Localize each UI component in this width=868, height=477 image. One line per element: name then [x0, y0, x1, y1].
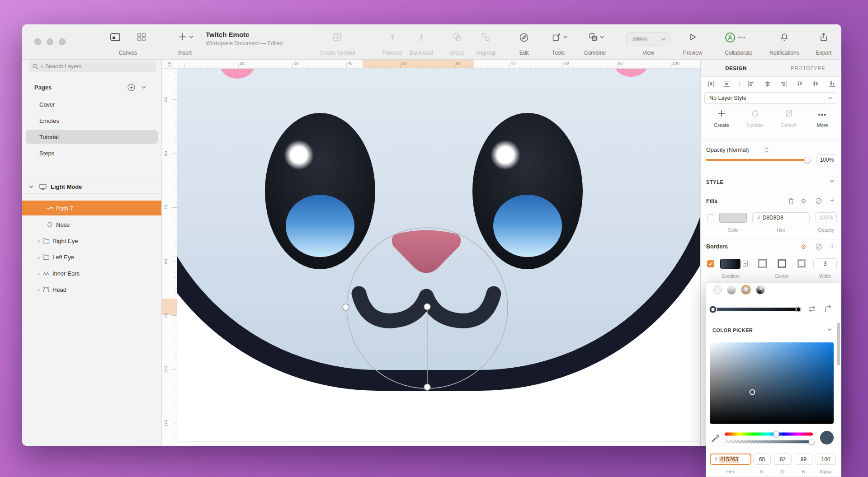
no-fill-icon[interactable]: [815, 197, 822, 205]
search-options-chevron-icon[interactable]: [40, 65, 43, 68]
saturation-brightness-cursor[interactable]: [750, 389, 755, 395]
align-left-icon[interactable]: [747, 80, 755, 88]
border-settings-gear-icon[interactable]: ⚙: [801, 243, 807, 250]
fill-color-swatch[interactable]: [719, 213, 747, 223]
search-layers-field[interactable]: [29, 61, 156, 72]
fill-settings-gear-icon[interactable]: ⚙: [801, 197, 807, 205]
create-style-icon[interactable]: [717, 109, 726, 117]
alpha-input[interactable]: 100: [816, 454, 836, 465]
fill-enabled-checkbox[interactable]: [707, 214, 714, 221]
reverse-gradient-icon[interactable]: [807, 305, 816, 313]
align-right-icon[interactable]: [780, 80, 788, 88]
blue-input[interactable]: 99: [795, 454, 812, 465]
angular-gradient-type-icon[interactable]: [756, 285, 765, 295]
border-width-field[interactable]: 3: [813, 258, 837, 269]
minimize-button[interactable]: [47, 38, 53, 45]
artboard-section-header[interactable]: Light Mode: [22, 180, 161, 193]
canvas-view-icon[interactable]: [110, 33, 121, 42]
group-icon[interactable]: [453, 33, 462, 42]
layer-style-dropdown[interactable]: No Layer Style: [704, 92, 837, 104]
layer-item-path7[interactable]: Path 7: [22, 201, 161, 216]
grid-view-icon[interactable]: [137, 33, 146, 42]
layer-item-head[interactable]: › Head: [22, 282, 161, 297]
tools-icon[interactable]: [552, 33, 567, 42]
section-chevron-down-icon[interactable]: [29, 185, 33, 188]
alpha-slider[interactable]: [725, 440, 813, 444]
swatch-options-icon[interactable]: [742, 260, 748, 267]
rotate-gradient-icon[interactable]: [824, 305, 833, 313]
detach-style-icon[interactable]: [785, 109, 793, 117]
add-fill-icon[interactable]: +: [830, 196, 834, 205]
fill-opacity-field[interactable]: 100%: [816, 212, 837, 223]
gradient-bar[interactable]: [712, 308, 799, 311]
zoom-control[interactable]: 899%: [626, 32, 670, 46]
popover-scrollbar[interactable]: [837, 323, 840, 365]
layer-item-nose[interactable]: Nose: [22, 217, 161, 232]
align-middle-vertical-icon[interactable]: [812, 80, 820, 88]
more-actions-icon[interactable]: •••: [818, 111, 827, 118]
green-input[interactable]: 82: [774, 454, 792, 465]
trash-icon[interactable]: [788, 197, 795, 205]
edit-icon[interactable]: [519, 33, 529, 42]
opacity-value-field[interactable]: 100%: [816, 154, 837, 165]
hue-slider[interactable]: [725, 433, 813, 436]
tab-design[interactable]: DESIGN: [709, 60, 763, 77]
distribute-horizontally-icon[interactable]: [708, 80, 715, 88]
border-outside-icon[interactable]: [758, 259, 767, 268]
gradient-center-handle[interactable]: [424, 304, 430, 310]
insert-button[interactable]: [179, 33, 193, 41]
backward-icon[interactable]: [417, 33, 426, 42]
create-symbol-icon[interactable]: [333, 33, 342, 42]
fullscreen-button[interactable]: [59, 38, 66, 45]
border-inside-icon[interactable]: [797, 259, 806, 268]
tab-prototype[interactable]: PROTOTYPE: [781, 60, 835, 77]
distribute-vertically-icon[interactable]: [723, 80, 731, 88]
ungroup-icon[interactable]: [481, 33, 490, 42]
border-gradient-swatch[interactable]: [720, 259, 741, 269]
no-border-icon[interactable]: [815, 243, 822, 250]
hue-slider-thumb[interactable]: [774, 431, 779, 437]
page-item-emotes[interactable]: Emotes: [22, 114, 161, 127]
emote-artwork[interactable]: [177, 69, 700, 446]
align-top-icon[interactable]: [796, 80, 804, 88]
align-bottom-icon[interactable]: [829, 80, 836, 88]
horizontal-ruler[interactable]: 20 30 40 50 60 70 80 90 100: [177, 60, 700, 69]
layer-item-right-eye[interactable]: › Right Eye: [22, 233, 161, 248]
fill-hex-field[interactable]: #D8D8D8: [752, 212, 810, 223]
pages-collapse-chevron-icon[interactable]: [142, 86, 146, 89]
close-button[interactable]: [34, 38, 41, 45]
disclosure-chevron-icon[interactable]: ›: [36, 286, 42, 293]
page-item-tutorial[interactable]: Tutorial: [22, 130, 161, 144]
disclosure-chevron-icon[interactable]: ›: [36, 238, 42, 244]
canvas-area[interactable]: 20 30 40 50 60 70 80 90 100 50 60 70 80 …: [162, 60, 700, 446]
page-item-steps[interactable]: Steps: [22, 146, 161, 160]
notifications-icon[interactable]: [780, 33, 789, 42]
preview-icon[interactable]: [688, 33, 697, 42]
search-input[interactable]: [45, 63, 136, 70]
gradient-radius-handle[interactable]: [424, 384, 430, 390]
align-center-horizontal-icon[interactable]: [764, 80, 772, 88]
border-enabled-checkbox[interactable]: [707, 260, 714, 267]
radial-gradient-type-icon[interactable]: [741, 285, 751, 295]
gradient-stop-end[interactable]: [796, 307, 801, 312]
border-center-icon[interactable]: [777, 259, 787, 268]
saturation-brightness-picker[interactable]: [710, 342, 834, 424]
layer-item-left-eye[interactable]: › Left Eye: [22, 249, 161, 265]
gradient-stop-start[interactable]: [710, 306, 717, 313]
red-input[interactable]: 65: [753, 454, 771, 465]
add-border-icon[interactable]: +: [830, 242, 834, 250]
color-picker-collapse-chevron-icon[interactable]: [827, 328, 832, 331]
update-style-icon[interactable]: [751, 109, 759, 117]
solid-fill-type-icon[interactable]: [713, 285, 722, 295]
disclosure-chevron-icon[interactable]: ›: [36, 254, 42, 261]
alpha-slider-thumb[interactable]: [809, 439, 815, 445]
opacity-slider-track[interactable]: [706, 159, 808, 161]
export-icon[interactable]: [819, 33, 828, 42]
gradient-width-handle[interactable]: [343, 304, 349, 310]
page-item-cover[interactable]: Cover: [22, 98, 161, 111]
forward-icon[interactable]: [388, 33, 397, 42]
artboard-viewport[interactable]: [177, 69, 700, 446]
blend-mode-stepper[interactable]: [764, 147, 769, 153]
add-page-icon[interactable]: [127, 84, 135, 91]
opacity-slider-thumb[interactable]: [804, 157, 811, 163]
